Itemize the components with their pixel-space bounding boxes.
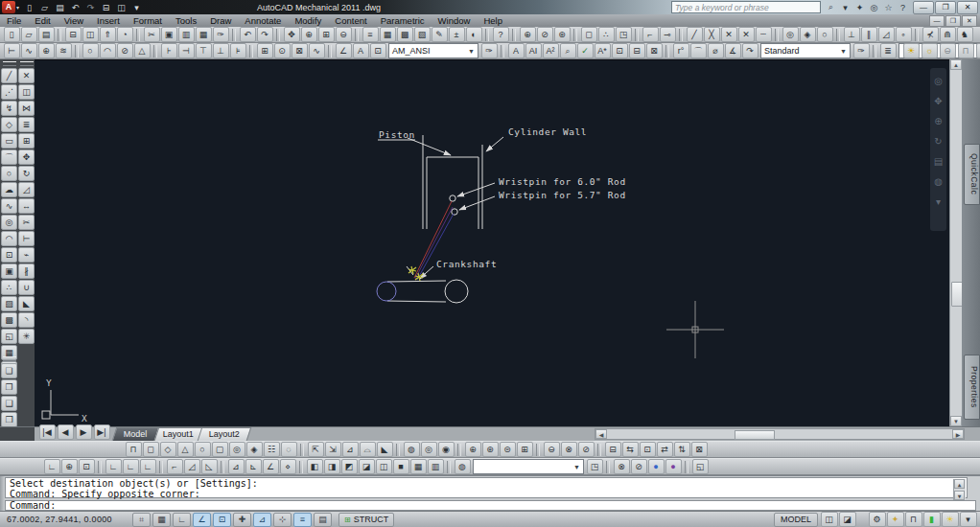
snap-center-icon[interactable]: ◎ <box>782 27 799 42</box>
extract-edges-icon[interactable]: ⇆ <box>622 442 639 457</box>
open-icon[interactable]: ▱ <box>21 27 37 42</box>
break-icon[interactable]: ∦ <box>18 264 35 279</box>
ucs-previous-icon[interactable]: ⊡ <box>79 459 95 474</box>
dim-angle-icon[interactable]: ∠ <box>336 43 352 58</box>
markup-set-manager-icon[interactable]: ✎ <box>432 27 448 42</box>
ucs-z-icon[interactable]: ∠ <box>263 459 279 474</box>
loft-icon[interactable]: ⌓ <box>360 442 376 457</box>
slice-icon[interactable]: ⊖ <box>544 442 560 457</box>
dim-angular-icon[interactable]: ∡ <box>725 43 741 58</box>
3d-offset-icon[interactable]: ⇅ <box>674 442 690 457</box>
pan-tool-icon[interactable]: ✥ <box>931 94 945 107</box>
gradient-icon[interactable]: ▩ <box>1 312 17 328</box>
orbit-tool-icon[interactable]: ↻ <box>931 134 945 148</box>
snap-tangent-icon[interactable]: ○ <box>817 27 833 42</box>
circle-icon[interactable]: ○ <box>1 166 17 181</box>
snap-node-icon[interactable]: ∘ <box>896 27 912 42</box>
otrack-toggle[interactable]: ✚ <box>233 513 251 527</box>
mtext-icon[interactable]: A <box>508 43 525 58</box>
copy-icon[interactable]: ▣ <box>161 27 177 42</box>
ucs-3point-icon[interactable]: ◺ <box>201 459 218 474</box>
am-balloon-icon[interactable]: ⊙ <box>274 43 291 58</box>
render-icon[interactable]: ◍ <box>455 459 471 474</box>
scroll-down-arrow-icon[interactable]: ▼ <box>954 491 965 500</box>
explode-icon[interactable]: ✳ <box>18 329 35 344</box>
quickcalc-icon[interactable]: ± <box>449 27 465 42</box>
am-text-icon[interactable]: A <box>353 43 369 58</box>
toolbar-grip[interactable] <box>3 356 16 361</box>
3d-move-icon[interactable]: ⊕ <box>465 442 481 457</box>
subtract-icon[interactable]: ◎ <box>421 442 437 457</box>
render-window-icon[interactable]: ◱ <box>692 459 709 474</box>
horizontal-scroll-thumb[interactable] <box>735 430 775 440</box>
torus-icon[interactable]: ◎ <box>229 442 245 457</box>
snap-endpoint-icon[interactable]: ╱ <box>687 27 703 42</box>
menu-format[interactable]: Format <box>127 14 169 27</box>
search-icon[interactable]: ⌕ <box>826 1 837 14</box>
menu-tools[interactable]: Tools <box>169 14 203 27</box>
undo-icon[interactable]: ↶ <box>240 27 256 42</box>
plot-preview-icon[interactable]: ◫ <box>115 1 128 14</box>
union-icon[interactable]: ◍ <box>404 442 420 457</box>
scale-text-icon[interactable]: ⊡ <box>612 43 628 58</box>
am-block-icon[interactable]: ⊞ <box>257 43 273 58</box>
steering-wheel-icon[interactable]: ◍ <box>931 174 945 188</box>
shade-shaded-icon[interactable]: ▦ <box>410 459 427 474</box>
subscription-icon[interactable]: ✦ <box>854 1 866 14</box>
offset-icon[interactable]: ≣ <box>18 117 35 132</box>
box-icon[interactable]: ◻ <box>143 442 159 457</box>
arc-icon[interactable]: ⌒ <box>1 149 17 165</box>
join-icon[interactable]: ∪ <box>18 280 35 295</box>
render-region-icon[interactable]: ◳ <box>587 459 603 474</box>
publish-icon[interactable]: ⇑ <box>100 27 116 42</box>
polar-toggle[interactable]: ∠ <box>193 513 211 527</box>
horizontal-scrollbar[interactable]: ◀ ▶ <box>595 428 965 440</box>
rectangle-icon[interactable]: ▭ <box>1 133 17 149</box>
dim-aligned-icon[interactable]: ⊤ <box>196 43 212 58</box>
tab-layout2[interactable]: Layout2 <box>197 427 251 441</box>
region-icon[interactable]: ◱ <box>1 329 17 344</box>
shade-3d-wireframe-icon[interactable]: ◩ <box>341 459 358 474</box>
menu-annotate[interactable]: Annotate <box>238 14 288 27</box>
layer-thaw-sun-icon[interactable]: ☼ <box>922 43 938 58</box>
menu-parametric[interactable]: Parametric <box>374 14 432 27</box>
vertical-scrollbar[interactable]: ▲ ▼ <box>949 59 962 426</box>
materials-icon[interactable]: ◐ <box>466 27 482 42</box>
ucs-x-icon[interactable]: ⊿ <box>228 459 245 474</box>
stretch-icon[interactable]: ↔ <box>18 198 35 214</box>
dim-edit-icon[interactable]: ↷ <box>742 43 758 58</box>
scroll-right-arrow-icon[interactable]: ▶ <box>952 429 964 439</box>
dyn-toggle[interactable]: ⊹ <box>273 513 292 527</box>
zoom-tool-icon[interactable]: ⊕ <box>931 114 945 127</box>
am-power-edit-icon[interactable]: ⊛ <box>554 27 571 42</box>
restore-button[interactable]: ❐ <box>935 1 956 14</box>
cylinder-icon[interactable]: ▢ <box>212 442 228 457</box>
check-interference-icon[interactable]: ⊠ <box>691 442 708 457</box>
scale-icon[interactable]: ◿ <box>18 182 35 197</box>
tab-first-icon[interactable]: |◀ <box>39 424 56 440</box>
convert-text-icon[interactable]: ⊠ <box>646 43 663 58</box>
ucs-object-icon[interactable]: ∟ <box>123 459 139 474</box>
insert-block-icon[interactable]: ⊡ <box>1 247 17 263</box>
layer-color-swatch-icon[interactable]: ▢ <box>976 43 980 58</box>
layer-unlock-icon[interactable]: ⊓ <box>958 43 974 58</box>
plot-preview-icon[interactable]: ◫ <box>82 27 99 42</box>
am-power-copy-icon[interactable]: ⊕ <box>520 27 536 42</box>
dim-style-select[interactable]: AM_ANSI▼ <box>388 43 478 58</box>
toolbar-grip[interactable] <box>3 61 16 66</box>
dim-radius-icon[interactable]: ⌒ <box>690 43 707 58</box>
revolve-icon[interactable]: ⊿ <box>342 442 359 457</box>
snap-apparent-intersection-icon[interactable]: ✕ <box>738 27 755 42</box>
app-menu-caret-icon[interactable]: ▾ <box>16 4 19 11</box>
bring-to-front-icon[interactable]: ❏ <box>1 363 17 378</box>
polyline-icon[interactable]: ↯ <box>1 101 17 116</box>
scroll-left-arrow-icon[interactable]: ◀ <box>595 429 607 439</box>
toolbar-grip[interactable] <box>20 61 34 66</box>
search-input[interactable]: Type a keyword or phrase <box>671 1 821 13</box>
am-hatch-lines-icon[interactable]: ≋ <box>56 43 72 58</box>
single-line-text-icon[interactable]: AI <box>525 43 542 58</box>
layer-plot-icon[interactable]: ⊖ <box>940 43 956 58</box>
fillet-icon[interactable]: ◝ <box>18 312 35 328</box>
erase-icon[interactable]: ✕ <box>18 68 35 83</box>
visual-style-wireframe-icon[interactable]: ⊗ <box>614 459 630 474</box>
